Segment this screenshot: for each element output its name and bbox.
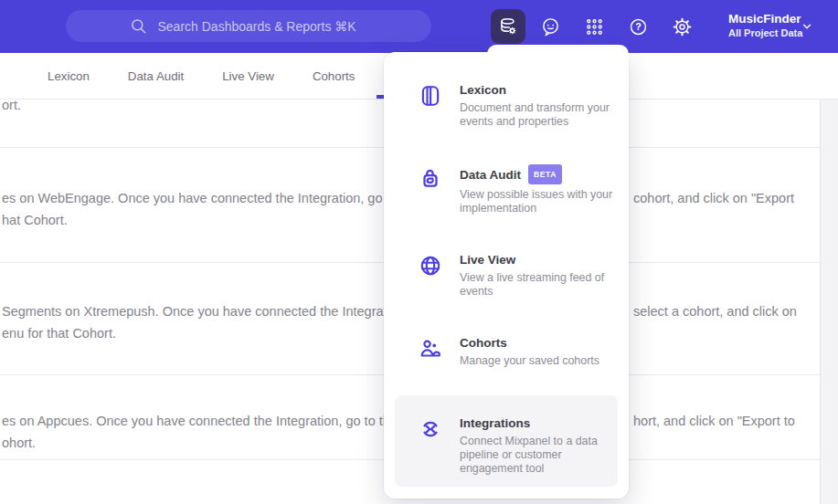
bg-text: es on Appcues. Once you have connected t… bbox=[2, 414, 412, 428]
tab-cohorts[interactable]: Cohorts bbox=[313, 69, 355, 83]
menu-item-lexicon[interactable]: Lexicon Document and transform your even… bbox=[384, 82, 629, 129]
menu-item-integrations[interactable]: Integrations Connect Mixpanel to a data … bbox=[395, 395, 618, 487]
help-icon: ? bbox=[628, 16, 649, 37]
bg-text: hat Cohort. bbox=[2, 213, 68, 227]
menu-item-desc: Connect Mixpanel to a data pipeline or c… bbox=[460, 435, 618, 476]
menu-item-title: Live View bbox=[460, 252, 621, 268]
tab-data-audit[interactable]: Data Audit bbox=[128, 69, 184, 83]
data-management-button[interactable] bbox=[491, 9, 525, 44]
menu-item-title: Data AuditBETA bbox=[460, 164, 621, 184]
menu-item-cohorts[interactable]: Cohorts Manage your saved cohorts bbox=[384, 335, 629, 368]
scrollbar-track[interactable] bbox=[820, 100, 838, 504]
apps-grid-icon bbox=[584, 16, 605, 37]
bg-text: cohort, and click on "Export bbox=[633, 191, 794, 205]
search-field[interactable] bbox=[156, 18, 368, 35]
menu-item-live-view[interactable]: Live View View a live streaming feed of … bbox=[384, 252, 629, 299]
feedback-button[interactable] bbox=[533, 9, 568, 44]
project-subtitle: All Project Data bbox=[728, 26, 802, 39]
bg-text: select a cohort, and click on bbox=[633, 304, 797, 319]
menu-item-title: Integrations bbox=[460, 415, 618, 431]
search-icon bbox=[130, 17, 148, 36]
gear-icon bbox=[672, 16, 693, 37]
menu-item-title: Cohorts bbox=[460, 335, 599, 351]
sync-arrows-icon bbox=[419, 415, 442, 445]
bg-text: Segments on Xtremepush. Once you have co… bbox=[2, 304, 408, 319]
menu-item-desc: Manage your saved cohorts bbox=[460, 354, 599, 368]
lock-swirl-icon bbox=[419, 164, 442, 194]
settings-button[interactable] bbox=[664, 9, 699, 44]
people-icon bbox=[419, 335, 442, 364]
search-input[interactable] bbox=[66, 10, 431, 42]
bg-text: ort. bbox=[2, 98, 21, 112]
book-icon bbox=[419, 82, 442, 111]
feedback-smiley-icon bbox=[540, 16, 561, 37]
menu-item-data-audit[interactable]: Data AuditBETA View possible issues with… bbox=[384, 164, 629, 215]
tab-live-view[interactable]: Live View bbox=[222, 69, 274, 83]
bg-text: enu for that Cohort. bbox=[2, 326, 116, 341]
tab-lexicon[interactable]: Lexicon bbox=[48, 69, 90, 83]
menu-item-desc: View a live streaming feed of events bbox=[460, 271, 621, 299]
apps-grid-button[interactable] bbox=[577, 9, 611, 44]
top-bar: ? MusicFinder All Project Data bbox=[0, 0, 838, 53]
screen: ? MusicFinder All Project Data Lexicon D… bbox=[0, 0, 838, 504]
beta-badge: BETA bbox=[528, 164, 562, 184]
bg-text: es on WebEngage. Once you have connected… bbox=[2, 191, 419, 205]
svg-text:?: ? bbox=[635, 21, 641, 32]
menu-item-desc: View possible issues with your implement… bbox=[460, 188, 621, 215]
bg-text: ohort. bbox=[2, 436, 36, 450]
project-name: MusicFinder bbox=[728, 11, 802, 26]
database-gear-icon bbox=[497, 16, 519, 37]
project-switcher[interactable]: MusicFinder All Project Data bbox=[728, 11, 802, 39]
globe-icon bbox=[419, 252, 442, 281]
help-button[interactable]: ? bbox=[621, 9, 655, 44]
menu-item-desc: Document and transform your events and p… bbox=[460, 101, 621, 129]
bg-text: hort, and click on "Export to bbox=[633, 414, 795, 428]
nav-dropdown: Lexicon Document and transform your even… bbox=[384, 52, 629, 499]
dropdown-notch bbox=[487, 45, 629, 59]
menu-item-title: Lexicon bbox=[460, 82, 621, 98]
chevron-down-icon[interactable] bbox=[801, 20, 813, 33]
